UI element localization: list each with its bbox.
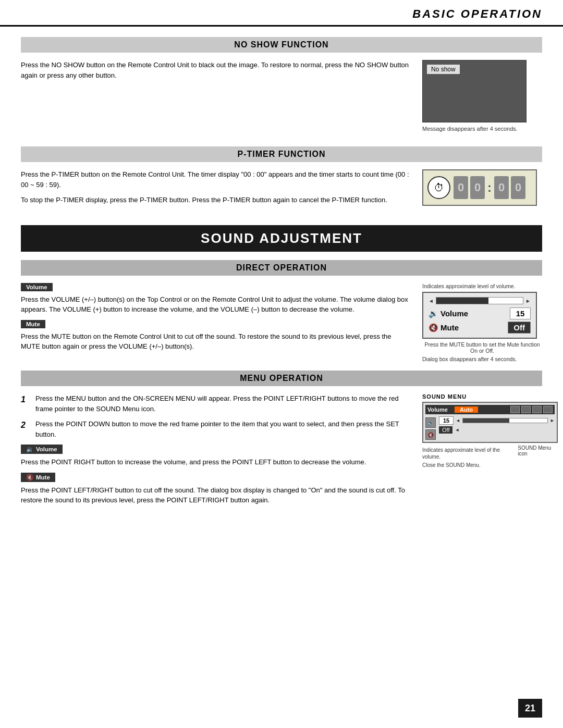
volume-dialog: ◄ ► 🔉 Volume 15	[422, 292, 537, 339]
ptimer-display: ⏱ 0 0 : 0 0	[422, 169, 537, 206]
mute-row: 🔇 Mute Off	[429, 322, 531, 334]
volume-speaker-icon: 🔉	[429, 309, 438, 318]
sound-menu-rows: 15 ◄ ► Off ◄	[439, 416, 555, 435]
sound-menu-icon-label: SOUND Menu icon	[518, 445, 558, 456]
left-arrow-icon: ◄	[429, 298, 434, 304]
sound-menu-auto: Auto	[455, 406, 478, 413]
mute-menu-icon: 🔇	[26, 474, 33, 481]
ptimer-body1: Press the P-TIMER button on the Remote C…	[21, 169, 412, 190]
ptimer-image-col: ⏱ 0 0 : 0 0	[422, 169, 542, 211]
no-show-caption: Message disappears after 4 seconds.	[422, 126, 542, 132]
sound-menu-volume-col: Volume	[427, 406, 452, 413]
direct-operation-image-col: Indicates approximate level of volume. ◄…	[422, 283, 542, 363]
mute-menu-body: Press the POINT LEFT/RIGHT button to cut…	[21, 485, 412, 505]
mute-value: Off	[508, 322, 531, 334]
ptimer-section: P-TIMER FUNCTION Press the P-TIMER butto…	[21, 146, 542, 211]
page-header: BASIC OPERATION	[0, 0, 563, 27]
sound-adjustment-section: SOUND ADJUSTMENT DIRECT OPERATION Volume…	[21, 225, 542, 511]
no-show-text-col: Press the NO SHOW button on the Remote C…	[21, 60, 412, 132]
sound-menu-icon-4	[543, 406, 553, 413]
no-show-image-col: No show Message disappears after 4 secon…	[422, 60, 542, 132]
step-1-text: Press the MENU button and the ON-SCREEN …	[35, 393, 412, 414]
direct-operation-header: DIRECT OPERATION	[21, 260, 542, 276]
volume-body: Press the VOLUME (+/–) button(s) on the …	[21, 294, 412, 315]
sound-menu-indicates: Indicates approximate level of the volum…	[422, 447, 510, 460]
menu-steps-list: 1 Press the MENU button and the ON-SCREE…	[21, 393, 412, 439]
menu-operation-text-col: 1 Press the MENU button and the ON-SCREE…	[21, 393, 412, 511]
volume-label: 🔉 Volume	[429, 309, 468, 318]
direct-operation-block: DIRECT OPERATION Volume Press the VOLUME…	[21, 260, 542, 363]
mute-label: 🔇 Mute	[429, 323, 459, 332]
mute-icon: 🔇	[429, 323, 438, 332]
ptimer-d1: 0	[454, 176, 468, 199]
volume-value: 15	[510, 307, 531, 319]
sound-menu-left-icons: 🔉 🔇	[425, 417, 436, 440]
sound-menu-track	[462, 418, 548, 423]
volume-bar-fill	[436, 298, 488, 304]
no-show-body: Press the NO SHOW button on the Remote C…	[21, 60, 412, 80]
mute-badge: Mute	[21, 320, 45, 328]
page-number: 21	[518, 699, 542, 718]
sound-menu-right-arrow: ►	[550, 418, 555, 423]
step-2-number: 2	[21, 419, 30, 439]
sound-menu-left-arrow: ◄	[456, 418, 460, 423]
mute-menu-badge: 🔇 Mute	[21, 473, 55, 482]
volume-row: 🔉 Volume 15	[429, 307, 531, 319]
ptimer-d2: 0	[470, 176, 485, 199]
sound-menu-close-caption: Close the SOUND Menu.	[422, 462, 558, 468]
sound-menu-vol-row: 15 ◄ ►	[439, 416, 555, 425]
volume-menu-badge: 🔉 Volume	[21, 445, 63, 454]
step-1-number: 1	[21, 393, 30, 414]
sound-menu-icon-2	[521, 406, 531, 413]
volume-menu-icon: 🔉	[26, 446, 33, 453]
sound-adjustment-header: SOUND ADJUSTMENT	[21, 225, 542, 252]
sound-menu-top-row: Volume Auto	[425, 405, 555, 414]
ptimer-colon: :	[487, 180, 492, 195]
sound-menu-label: SOUND MENU	[422, 393, 558, 400]
ptimer-digits: 0 0 : 0 0	[454, 176, 525, 199]
menu-step-1: 1 Press the MENU button and the ON-SCREE…	[21, 393, 412, 414]
sound-menu-val1: 15	[439, 416, 454, 425]
ptimer-text-col: Press the P-TIMER button on the Remote C…	[21, 169, 412, 211]
ptimer-body2: To stop the P-TIMER display, press the P…	[21, 195, 412, 205]
ptimer-d4: 0	[511, 176, 525, 199]
right-arrow-icon: ►	[525, 298, 531, 304]
sound-menu-box: Volume Auto	[422, 402, 558, 443]
sound-menu-diagram: SOUND MENU Volume Auto	[422, 393, 558, 468]
sound-menu-diagram-col: SOUND MENU Volume Auto	[422, 393, 542, 511]
volume-menu-body: Press the POINT RIGHT button to increase…	[21, 457, 412, 467]
volume-bar-row: ◄ ►	[429, 297, 531, 304]
no-show-section: NO SHOW FUNCTION Press the NO SHOW butto…	[21, 37, 542, 132]
dialog-disappear-caption: Dialog box disappears after 4 seconds.	[422, 356, 517, 362]
no-show-section-header: NO SHOW FUNCTION	[21, 37, 542, 53]
menu-operation-block: MENU OPERATION 1 Press the MENU button a…	[21, 371, 542, 511]
sound-menu-mute-row: Off ◄	[439, 426, 555, 434]
no-show-label: No show	[427, 65, 460, 74]
mute-caption: Press the MUTE button to set the Mute fu…	[422, 341, 542, 354]
sound-menu-left-icon-2: 🔇	[425, 429, 436, 440]
sound-menu-track-fill	[463, 418, 509, 423]
indicates-text: Indicates approximate level of volume.	[422, 283, 516, 290]
ptimer-d3: 0	[494, 176, 509, 199]
no-show-display: No show	[422, 60, 527, 122]
page-title: BASIC OPERATION	[21, 7, 542, 21]
sound-menu-mute-arrow: ◄	[455, 427, 459, 433]
sound-menu-icon-1	[510, 406, 520, 413]
ptimer-clock-icon: ⏱	[427, 176, 450, 199]
volume-bar-track	[436, 297, 523, 304]
sound-menu-icon-3	[532, 406, 542, 413]
sound-menu-icon-row	[510, 406, 553, 413]
sound-menu-left-icon-1: 🔉	[425, 417, 436, 428]
step-2-text: Press the POINT DOWN button to move the …	[35, 419, 412, 439]
volume-badge: Volume	[21, 283, 53, 291]
ptimer-section-header: P-TIMER FUNCTION	[21, 146, 542, 162]
sound-menu-mid: 🔉 🔇 15 ◄	[425, 416, 555, 440]
mute-body: Press the MUTE button on the Remote Cont…	[21, 331, 412, 352]
sound-menu-val2: Off	[439, 426, 452, 434]
menu-step-2: 2 Press the POINT DOWN button to move th…	[21, 419, 412, 439]
menu-operation-header: MENU OPERATION	[21, 371, 542, 386]
direct-operation-text-col: Volume Press the VOLUME (+/–) button(s) …	[21, 283, 412, 363]
